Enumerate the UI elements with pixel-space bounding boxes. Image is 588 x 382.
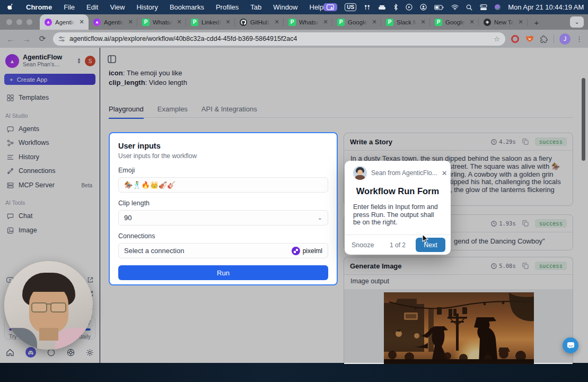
chrome-menu-icon[interactable]: ⋮ [576,35,583,43]
emoji-input[interactable]: 🏇🕺🔥👑🎻🎸 [118,177,328,193]
tab-whatsapp-1[interactable]: P WhatsAp ✕ [137,14,186,30]
keyboard-layout-icon[interactable]: US [345,3,356,11]
bookmark-star-icon[interactable]: ☆ [494,35,500,43]
clip-length-value: 90 [124,214,131,222]
agenticflow-favicon: ▲ [45,19,52,26]
menu-history[interactable]: History [136,3,157,11]
pipedream-favicon: P [142,19,150,26]
extension-fox-icon[interactable] [525,34,534,44]
tab-label: New Tab [494,19,514,25]
pixelml-logo-icon [292,247,300,255]
battery-icon[interactable] [434,5,444,10]
keyboard-battery-icon[interactable] [378,5,386,10]
menubar-clock[interactable]: Mon Apr 21 10:44:19 AM [508,3,584,11]
menu-tab[interactable]: Tab [250,3,261,11]
url-bar[interactable]: agenticflow.ai/app/explore/workflow/40b8… [53,32,505,46]
tour-popup: Sean from AgenticFlo... ✕ Workflow Run F… [345,161,451,255]
pipedream-favicon: P [386,19,393,26]
apple-icon[interactable] [7,3,14,11]
pipedream-favicon: P [337,19,345,26]
tab-label: LinkedIn [201,19,221,25]
tab-close-icon[interactable]: ✕ [419,19,427,25]
chat-launcher-button[interactable] [563,337,578,353]
site-settings-icon[interactable] [58,36,65,42]
user-switch-icon[interactable] [420,4,427,11]
menubar-app-name[interactable]: Chrome [26,3,52,11]
emoji-value: 🏇🕺🔥👑🎻🎸 [124,181,175,189]
traffic-zoom-button[interactable] [27,19,32,25]
tab-google-forms[interactable]: P Google Fo ✕ [332,14,381,30]
traffic-minimize-button[interactable] [16,19,22,25]
reload-icon[interactable]: ⟳ [37,34,48,44]
tab-label: AgenticFl [104,19,124,25]
menu-bookmarks[interactable]: Bookmarks [170,3,204,11]
airpods-icon[interactable] [364,4,371,11]
connection-select[interactable]: Select a connection pixelml [118,243,328,258]
run-button[interactable]: Run [118,265,328,280]
forward-icon[interactable]: → [21,34,32,44]
url-path: /app/explore/workflow/40b8c32a-cdd4-45fd… [109,35,297,42]
agenticflow-favicon: ▲ [93,19,101,26]
screen-recording-icon[interactable] [323,3,337,11]
next-button[interactable]: Next [416,238,445,252]
spotlight-search-icon[interactable] [466,4,472,11]
tab-label: Slack MC [397,19,416,25]
tab-label: Google Fo [348,19,367,25]
close-icon[interactable]: ✕ [442,169,447,177]
tab-close-icon[interactable]: ✕ [517,19,524,25]
mouse-cursor [422,234,430,244]
url-text[interactable]: agenticflow.ai/app/explore/workflow/40b8… [69,35,297,42]
menu-file[interactable]: File [64,3,75,11]
tab-search-chevron[interactable]: ⌄ [570,16,584,28]
browser-toolbar: ← → ⟳ agenticflow.ai/app/explore/workflo… [0,30,588,48]
profile-avatar[interactable]: J [559,33,571,45]
tab-linkedin[interactable]: P LinkedIn ✕ [186,14,235,30]
tab-github[interactable]: GitHub - ✕ [235,14,284,30]
extension-opera-icon[interactable] [511,34,520,44]
menu-window[interactable]: Window [273,3,297,11]
emoji-label: Emoji [118,167,328,174]
menu-view[interactable]: View [110,3,125,11]
tab-close-icon[interactable]: ✕ [371,19,378,25]
pipedream-favicon: P [288,19,296,26]
tab-agenticflow-2[interactable]: ▲ AgenticFl ✕ [89,14,137,30]
menu-profiles[interactable]: Profiles [216,3,239,11]
display-settings-icon[interactable] [480,4,487,11]
tab-slack-mcp[interactable]: P Slack MC ✕ [381,14,430,30]
desktop-wallpaper-strip [0,363,588,382]
tab-whatsapp-2[interactable]: P WhatsAp ✕ [284,14,332,30]
traffic-close-button[interactable] [6,19,12,25]
clip-length-label: Clip length [118,199,328,207]
pixelml-label: pixelml [303,247,322,255]
connections-label: Connections [118,232,328,240]
webcam-overlay [4,261,93,350]
popup-from-label: Sean from AgenticFlo... [371,169,437,177]
menu-help[interactable]: Help [310,3,324,11]
tab-close-icon[interactable]: ✕ [224,19,232,25]
bluetooth-icon[interactable] [393,4,398,11]
tab-close-icon[interactable]: ✕ [322,19,329,25]
back-icon[interactable]: ← [5,34,16,44]
tab-close-icon[interactable]: ✕ [273,19,280,25]
tab-new-tab[interactable]: ◆ New Tab ✕ [479,14,528,30]
tab-label: Agenticflo [55,19,75,25]
form-title: User inputs [118,142,328,150]
popup-title: Workflow Run Form [345,186,451,196]
wifi-icon[interactable] [451,4,459,10]
tab-google-docs[interactable]: P Google D ✕ [430,14,479,30]
user-inputs-panel: User inputs User inputs for the workflow… [109,132,338,285]
new-tab-button[interactable]: + [530,15,543,29]
sean-avatar [353,166,367,180]
tab-close-icon[interactable]: ✕ [78,19,85,25]
menu-edit[interactable]: Edit [86,3,98,11]
chevron-down-icon: ⌄ [318,214,322,221]
now-playing-icon[interactable] [406,4,413,11]
tab-agenticflow-active[interactable]: ▲ Agenticflo ✕ [40,14,89,30]
tab-label: WhatsAp [153,19,172,25]
tab-close-icon[interactable]: ✕ [127,19,134,25]
pipedream-favicon: P [191,19,198,26]
tab-close-icon[interactable]: ✕ [468,19,476,25]
clip-length-select[interactable]: 90 ⌄ [118,210,328,225]
extensions-puzzle-icon[interactable] [539,34,548,44]
tab-close-icon[interactable]: ✕ [175,19,183,25]
